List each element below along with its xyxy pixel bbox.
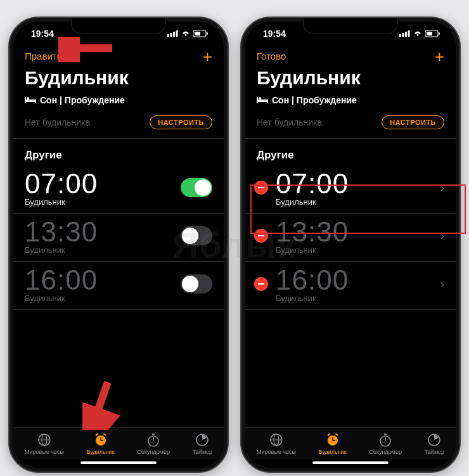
edit-button[interactable]: Править [25,51,62,61]
alarm-label: Будильник [25,197,181,207]
tab-bar: Мировые часы Будильник Секундомер [13,427,224,459]
alarm-label: Будильник [276,293,435,303]
cellular-icon [167,30,178,37]
alarm-row[interactable]: 07:00 Будильник [13,165,224,214]
alarm-time: 16:00 [276,266,435,295]
alarm-label: Будильник [25,245,181,255]
svg-rect-5 [195,32,200,35]
wifi-icon [181,30,191,37]
screen-right: 19:54 Готово + Будильник [245,22,456,468]
phone-right: 19:54 Готово + Будильник [240,16,461,473]
battery-icon [193,30,209,37]
screenshot-stage: 19:54 Править + Будильник [6,6,463,476]
tab-stopwatch[interactable]: Секундомер [369,433,402,455]
phone-left: 19:54 Править + Будильник [8,16,229,473]
tab-label: Секундомер [138,449,170,455]
svg-rect-21 [152,434,155,435]
svg-rect-3 [176,30,178,37]
svg-line-17 [96,434,98,435]
alarm-icon [326,433,340,447]
alarm-toggle[interactable] [181,226,212,245]
page-title: Будильник [13,66,224,94]
tab-world-clock[interactable]: Мировые часы [257,433,296,455]
alarm-row[interactable]: 16:00 Будильник [13,262,224,310]
setup-button[interactable]: НАСТРОИТЬ [382,115,444,129]
screen-left: 19:54 Править + Будильник [13,22,224,468]
svg-rect-26 [408,30,410,37]
alarm-label: Будильник [25,293,181,303]
svg-line-18 [103,434,106,435]
svg-point-10 [27,97,29,100]
tab-world-clock[interactable]: Мировые часы [25,433,64,455]
no-alarm-text: Нет будильника [25,117,90,127]
status-time: 19:54 [31,29,54,39]
sleep-section-label: Сон | Пробуждение [40,95,125,105]
svg-rect-0 [167,34,169,37]
svg-rect-24 [402,33,404,37]
alarm-row[interactable]: 13:30 Будильник [13,214,224,262]
chevron-right-icon: › [440,181,444,195]
svg-line-41 [335,434,338,435]
page-title: Будильник [245,66,456,94]
no-alarm-text: Нет будильника [257,117,322,127]
setup-button[interactable]: НАСТРОИТЬ [150,115,212,129]
alarm-icon [94,433,108,447]
globe-icon [37,433,51,447]
sleep-row: Нет будильника НАСТРОИТЬ [245,109,456,139]
timer-icon [195,433,209,447]
add-alarm-button[interactable]: + [435,48,444,65]
alarm-row-edit[interactable]: 16:00 Будильник › [245,262,456,310]
status-icons [167,30,209,37]
svg-point-33 [259,97,261,100]
svg-rect-6 [207,32,208,35]
tab-label: Секундомер [369,449,402,455]
timer-icon [427,433,441,447]
home-indicator [312,461,389,464]
alarm-toggle[interactable] [181,274,212,293]
bed-icon [25,95,36,105]
svg-rect-9 [35,100,36,103]
delete-button[interactable] [254,229,268,243]
tab-timer[interactable]: Таймер [193,433,212,455]
status-time: 19:54 [263,29,286,39]
others-header: Другие [245,139,456,165]
tab-alarm[interactable]: Будильник [319,433,347,455]
alarm-label: Будильник [276,245,435,255]
svg-rect-8 [25,100,36,102]
svg-rect-32 [267,100,268,103]
chevron-right-icon: › [440,229,444,243]
tab-timer[interactable]: Таймер [425,433,444,455]
notch [303,18,398,34]
alarm-toggle[interactable] [181,178,212,197]
tab-alarm[interactable]: Будильник [87,433,115,455]
wifi-icon [413,30,423,37]
stopwatch-icon [378,433,392,447]
tab-label: Будильник [87,449,115,455]
alarm-list: 07:00 Будильник 13:30 Будильник 16:00 [13,165,224,427]
tab-label: Мировые часы [257,449,296,455]
stopwatch-icon [146,433,160,447]
tab-bar: Мировые часы Будильник Секундомер [245,427,456,459]
alarm-time: 07:00 [25,169,181,198]
tab-label: Будильник [319,449,347,455]
alarm-time: 07:00 [276,169,435,198]
tab-stopwatch[interactable]: Секундомер [138,433,170,455]
chevron-right-icon: › [440,278,444,291]
delete-button[interactable] [254,181,268,195]
svg-rect-28 [427,32,432,35]
sleep-row: Нет будильника НАСТРОИТЬ [13,109,224,139]
alarm-time: 13:30 [276,217,435,247]
others-header: Другие [13,139,224,165]
alarm-row-edit[interactable]: 07:00 Будильник › [245,165,456,214]
done-button[interactable]: Готово [257,51,286,61]
svg-rect-25 [405,32,407,37]
delete-button[interactable] [254,277,268,291]
globe-icon [269,433,283,447]
alarm-label: Будильник [276,197,435,207]
add-alarm-button[interactable]: + [203,48,212,65]
notch [71,18,166,34]
status-icons [399,30,440,37]
svg-rect-2 [173,32,175,37]
svg-rect-1 [170,33,172,37]
alarm-row-edit[interactable]: 13:30 Будильник › [245,214,456,262]
